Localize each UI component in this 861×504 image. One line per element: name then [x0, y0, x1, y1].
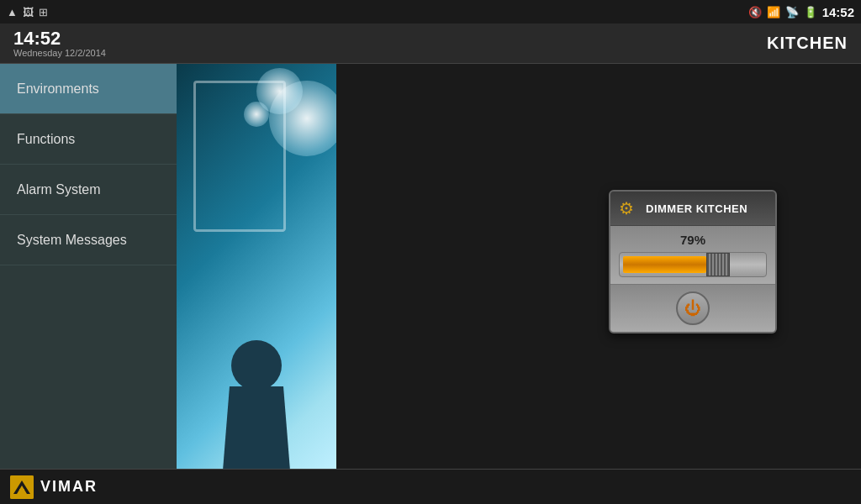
sidebar-item-system-messages[interactable]: System Messages — [0, 215, 177, 265]
orb-small — [244, 102, 269, 127]
dimmer-widget: ⚙ DIMMER KITCHEN 79% ⏻ — [609, 190, 777, 333]
svg-rect-0 — [10, 475, 34, 499]
svg-rect-2 — [19, 489, 24, 494]
power-button[interactable]: ⏻ — [676, 291, 710, 325]
header: 14:52 Wednesday 12/2/2014 KITCHEN — [0, 24, 861, 64]
vimar-brand-name: VIMAR — [40, 478, 98, 496]
power-icon: ⏻ — [684, 299, 701, 318]
image-icon: 🖼 — [23, 6, 34, 18]
grid-icon: ⊞ — [39, 6, 48, 18]
status-bar-right: 🔇 📶 📡 🔋 14:52 — [748, 5, 854, 19]
dimmer-footer: ⏻ — [610, 284, 775, 332]
battery-icon: 🔋 — [804, 6, 817, 18]
status-bar: ▲ 🖼 ⊞ 🔇 📶 📡 🔋 14:52 — [0, 0, 861, 24]
person-torso — [223, 386, 290, 470]
sidebar-item-functions[interactable]: Functions — [0, 114, 177, 165]
wifi-icon: 📶 — [767, 6, 780, 18]
bottom-bar: VIMAR — [0, 469, 861, 504]
vimar-logo-svg — [10, 475, 34, 499]
sidebar-item-alarm-system[interactable]: Alarm System — [0, 165, 177, 215]
slider-fill — [623, 256, 706, 273]
person-figure — [223, 340, 290, 470]
sidebar-item-environments[interactable]: Environments — [0, 64, 177, 114]
notification-icon: ▲ — [7, 6, 18, 18]
person-head — [231, 340, 282, 391]
status-bar-left: ▲ 🖼 ⊞ — [7, 6, 48, 18]
dimmer-header: ⚙ DIMMER KITCHEN — [610, 192, 775, 226]
header-date: Wednesday 12/2/2014 — [13, 48, 106, 58]
slider-handle[interactable] — [706, 253, 730, 276]
dimmer-title: DIMMER KITCHEN — [646, 202, 747, 215]
vimar-logo-icon — [10, 475, 34, 499]
signal-icon: 📡 — [785, 6, 799, 18]
vimar-logo: VIMAR — [10, 475, 98, 499]
main-content: Environments Functions Alarm System Syst… — [0, 64, 861, 470]
mute-icon: 🔇 — [748, 6, 762, 18]
page-title: KITCHEN — [767, 34, 848, 53]
dimmer-body: 79% — [610, 226, 775, 284]
status-time: 14:52 — [822, 5, 854, 19]
gear-icon[interactable]: ⚙ — [619, 198, 639, 218]
sidebar: Environments Functions Alarm System Syst… — [0, 64, 177, 470]
header-time-area: 14:52 Wednesday 12/2/2014 — [13, 29, 106, 58]
center-image-area — [177, 64, 336, 470]
dimmer-percent-label: 79% — [619, 233, 767, 247]
dimmer-slider[interactable] — [619, 252, 767, 277]
header-clock: 14:52 — [13, 29, 61, 48]
right-content-area: ⚙ DIMMER KITCHEN 79% ⏻ — [336, 64, 861, 470]
